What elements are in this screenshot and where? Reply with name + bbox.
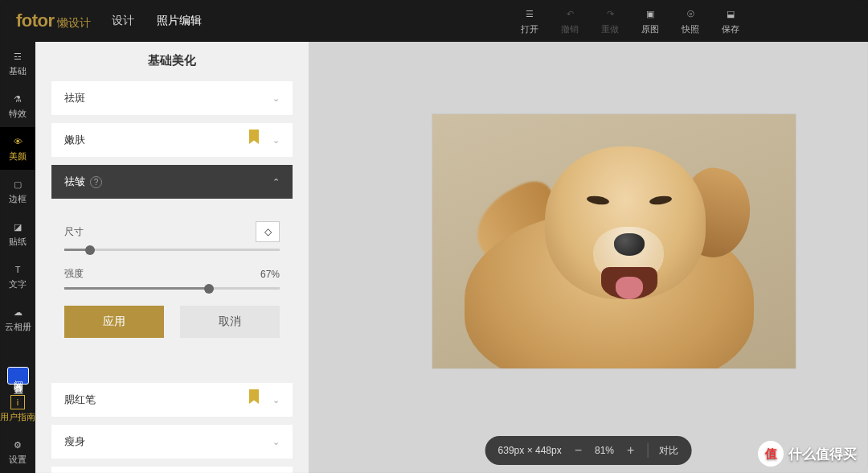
beauty-panel: 基础美化 祛斑 ⌄ 嫩肤 ⌄ 祛皱 ? ⌃ 尺寸 ◇ <box>35 42 309 473</box>
survey-button[interactable]: 问卷调查 <box>7 367 29 385</box>
sliders-icon: ☲ <box>10 49 25 64</box>
tab-photo-edit[interactable]: 照片编辑 <box>157 14 202 28</box>
blemish-label: 祛斑 <box>64 91 85 105</box>
left-sidebar: ☲ 基础 ⚗ 特效 👁 美颜 ▢ 边框 ◪ 贴纸 T 文字 ☁ 云相册 问卷调查… <box>0 42 35 473</box>
panel-title: 基础美化 <box>51 53 293 68</box>
text-label: 文字 <box>9 278 27 290</box>
info-icon: i <box>10 395 25 409</box>
image-icon: ▣ <box>643 6 657 21</box>
sidebar-item-beauty[interactable]: 👁 美颜 <box>0 127 35 170</box>
sidebar-item-effect[interactable]: ⚗ 特效 <box>0 84 35 127</box>
undo-button[interactable]: ↶ 撤销 <box>561 6 579 35</box>
acc-reshape[interactable]: 塑形 ⌄ <box>51 467 293 473</box>
top-actions: ☰ 打开 ↶ 撤销 ↷ 重做 ▣ 原图 ⦾ 快照 ⬓ 保存 <box>521 6 739 35</box>
sidebar-item-cloud[interactable]: ☁ 云相册 <box>0 298 35 340</box>
chevron-up-icon: ⌃ <box>272 177 280 187</box>
open-label: 打开 <box>521 23 538 35</box>
cloud-icon: ☁ <box>10 305 25 319</box>
sidebar-item-guide[interactable]: i 用户指南 <box>0 388 35 430</box>
eraser-button[interactable]: ◇ <box>256 221 280 242</box>
sticker-icon: ◪ <box>10 220 25 234</box>
canvas-area[interactable]: 639px × 448px − 81% + 对比 <box>309 42 868 473</box>
effect-label: 特效 <box>9 108 27 120</box>
menu-icon: ☰ <box>522 6 537 21</box>
frame-icon: ▢ <box>10 177 25 191</box>
size-slider[interactable] <box>64 249 280 251</box>
undo-label: 撤销 <box>561 23 579 35</box>
flask-icon: ⚗ <box>10 92 25 106</box>
smooth-label: 嫩肤 <box>64 133 85 147</box>
zoom-in-button[interactable]: + <box>625 443 636 458</box>
frame-label: 边框 <box>9 193 27 205</box>
slim-label: 瘦身 <box>64 434 85 449</box>
sidebar-item-text[interactable]: T 文字 <box>0 255 35 298</box>
gear-icon: ⚙ <box>10 438 25 452</box>
eye-icon: 👁 <box>10 134 25 149</box>
watermark-text: 什么值得买 <box>788 445 857 463</box>
watermark-badge-icon: 值 <box>758 441 784 467</box>
original-button[interactable]: ▣ 原图 <box>641 6 659 35</box>
snapshot-label: 快照 <box>682 23 699 35</box>
redo-icon: ↷ <box>603 6 617 21</box>
redo-button[interactable]: ↷ 重做 <box>601 6 619 35</box>
settings-label: 设置 <box>9 454 27 466</box>
redo-label: 重做 <box>601 23 619 35</box>
camera-icon: ⦾ <box>683 6 698 21</box>
blush-label: 腮红笔 <box>64 393 96 407</box>
acc-slim[interactable]: 瘦身 ⌄ <box>51 425 293 459</box>
zoom-out-button[interactable]: − <box>573 443 583 458</box>
image-dimensions: 639px × 448px <box>498 445 562 456</box>
apply-button[interactable]: 应用 <box>64 306 164 338</box>
sidebar-item-frame[interactable]: ▢ 边框 <box>0 170 35 212</box>
wrinkle-label: 祛皱 <box>64 175 85 189</box>
sidebar-item-basic[interactable]: ☲ 基础 <box>0 42 35 84</box>
strength-slider[interactable] <box>64 287 280 290</box>
compare-button[interactable]: 对比 <box>659 444 678 458</box>
open-button[interactable]: ☰ 打开 <box>521 6 538 35</box>
slider-thumb[interactable] <box>204 284 214 294</box>
help-icon[interactable]: ? <box>90 176 102 188</box>
original-label: 原图 <box>641 23 659 35</box>
watermark: 值 什么值得买 <box>758 441 857 467</box>
size-label: 尺寸 <box>64 225 84 239</box>
top-tabs: 设计 照片编辑 <box>112 14 202 28</box>
text-icon: T <box>10 262 25 277</box>
sidebar-item-sticker[interactable]: ◪ 贴纸 <box>0 212 35 255</box>
basic-label: 基础 <box>9 65 27 77</box>
chevron-down-icon: ⌄ <box>272 135 280 146</box>
save-button[interactable]: ⬓ 保存 <box>722 6 739 35</box>
cancel-button[interactable]: 取消 <box>180 306 280 338</box>
acc-blemish[interactable]: 祛斑 ⌄ <box>51 81 293 115</box>
undo-icon: ↶ <box>563 6 577 21</box>
bookmark-icon <box>249 389 259 404</box>
wrinkle-controls: 尺寸 ◇ 强度 67% 应用 取消 <box>51 207 293 356</box>
slider-thumb[interactable] <box>85 245 95 255</box>
save-label: 保存 <box>722 23 739 35</box>
acc-smooth[interactable]: 嫩肤 ⌄ <box>51 123 293 157</box>
top-navbar: fotor 懒设计 设计 照片编辑 ☰ 打开 ↶ 撤销 ↷ 重做 ▣ 原图 ⦾ … <box>0 0 868 42</box>
logo[interactable]: fotor 懒设计 <box>16 10 91 31</box>
sticker-label: 贴纸 <box>9 236 27 248</box>
acc-blush[interactable]: 腮红笔 ⌄ <box>51 383 293 417</box>
canvas-image[interactable] <box>432 114 796 368</box>
guide-label: 用户指南 <box>0 411 35 423</box>
zoom-value: 81% <box>595 445 614 456</box>
eraser-icon: ◇ <box>264 226 272 237</box>
bookmark-icon <box>249 130 259 144</box>
save-icon: ⬓ <box>723 6 738 21</box>
photo-content <box>432 114 796 368</box>
logo-text: fotor <box>16 10 55 31</box>
logo-suffix: 懒设计 <box>57 16 91 31</box>
status-bar: 639px × 448px − 81% + 对比 <box>485 436 692 465</box>
acc-wrinkle[interactable]: 祛皱 ? ⌃ <box>51 165 293 199</box>
snapshot-button[interactable]: ⦾ 快照 <box>682 6 699 35</box>
sidebar-item-settings[interactable]: ⚙ 设置 <box>0 430 35 473</box>
cloud-label: 云相册 <box>5 321 31 333</box>
strength-label: 强度 <box>64 267 84 281</box>
chevron-down-icon: ⌄ <box>272 437 280 447</box>
beauty-label: 美颜 <box>9 150 27 162</box>
tab-design[interactable]: 设计 <box>112 14 134 28</box>
strength-value: 67% <box>260 269 280 280</box>
accordion: 祛斑 ⌄ 嫩肤 ⌄ 祛皱 ? ⌃ 尺寸 ◇ 强度 <box>51 81 293 473</box>
chevron-down-icon: ⌄ <box>272 395 280 405</box>
